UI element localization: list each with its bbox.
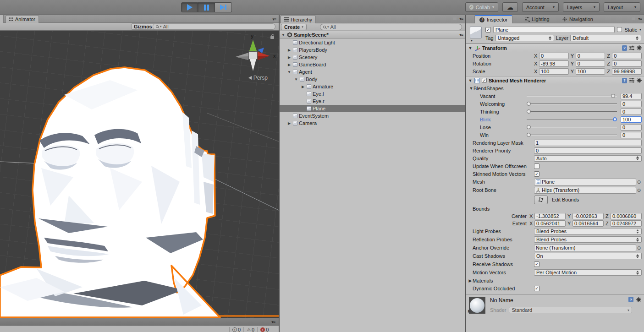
- update-offscreen-checkbox[interactable]: [534, 163, 539, 169]
- reflection-probes-dropdown[interactable]: Blend Probes: [534, 236, 642, 243]
- blendshape-vacant-value[interactable]: 99.4: [621, 93, 642, 99]
- blendshape-welcoming-value[interactable]: 0: [621, 101, 642, 107]
- light-probes-dropdown[interactable]: Blend Probes: [534, 228, 642, 234]
- foldout-collapsed-icon[interactable]: ▶: [468, 309, 471, 313]
- blendshape-thinking-slider[interactable]: [527, 111, 617, 112]
- slider-knob[interactable]: [611, 94, 615, 98]
- hierarchy-item-eye-l[interactable]: Eye.l: [280, 90, 465, 98]
- slider-knob[interactable]: [527, 109, 531, 114]
- panel-menu-icon[interactable]: ▾≡: [459, 16, 463, 21]
- console-info-count[interactable]: ! 0: [229, 327, 243, 332]
- shader-dropdown[interactable]: Standard ▾: [509, 307, 632, 313]
- console-warning-count[interactable]: ⚠ 0: [243, 327, 257, 332]
- extent-y-field[interactable]: 0.0616564: [572, 220, 604, 227]
- blendshape-win-value[interactable]: 0: [621, 132, 642, 138]
- component-enabled-checkbox[interactable]: ✓: [482, 78, 487, 83]
- hierarchy-search-input[interactable]: ▾ All: [320, 24, 462, 30]
- foldout-collapsed-icon[interactable]: ▶: [287, 63, 292, 67]
- foldout-expanded-icon[interactable]: ▼: [468, 46, 473, 50]
- create-dropdown[interactable]: Create ▾: [281, 24, 307, 30]
- blendshape-lose-value[interactable]: 0: [621, 124, 642, 131]
- hierarchy-item-agent[interactable]: ▼ Agent: [280, 68, 465, 76]
- blendshape-welcoming-slider[interactable]: [527, 103, 617, 104]
- slider-knob[interactable]: [527, 102, 531, 106]
- blendshape-vacant-slider[interactable]: [527, 96, 617, 97]
- collab-dropdown[interactable]: ✓ Collab ▾: [465, 2, 498, 12]
- receive-shadows-checkbox[interactable]: ✓: [534, 261, 539, 267]
- presets-icon[interactable]: [629, 78, 634, 83]
- object-picker-icon[interactable]: ⊙: [636, 188, 642, 193]
- foldout-expanded-icon[interactable]: ▼: [468, 78, 473, 83]
- scale-y-field[interactable]: 100: [576, 68, 605, 75]
- blendshape-win-slider[interactable]: [527, 135, 617, 136]
- panel-menu-icon[interactable]: ▾≡: [272, 17, 276, 22]
- tab-animator[interactable]: Animator: [6, 15, 39, 23]
- edit-bounds-button[interactable]: [534, 196, 548, 204]
- tag-dropdown[interactable]: Untagged: [495, 35, 554, 41]
- tab-hierarchy[interactable]: Hierarchy: [281, 15, 316, 23]
- scale-x-field[interactable]: 100: [539, 68, 569, 75]
- center-y-field[interactable]: -0.002863: [572, 213, 604, 219]
- active-checkbox[interactable]: ✓: [485, 27, 491, 33]
- object-picker-icon[interactable]: ⊙: [636, 245, 642, 250]
- foldout-expanded-icon[interactable]: ▼: [287, 70, 292, 74]
- root-bone-object-field[interactable]: Hips (Transform): [534, 187, 636, 194]
- foldout-collapsed-icon[interactable]: ▶: [287, 48, 292, 52]
- mesh-object-field[interactable]: Plane: [534, 179, 636, 185]
- blendshape-blink-value[interactable]: 100: [621, 116, 642, 123]
- cast-shadows-dropdown[interactable]: On: [534, 253, 642, 259]
- center-z-field[interactable]: 0.0006860: [611, 213, 642, 219]
- console-counts[interactable]: ! 0 ⚠ 0 ! 0: [229, 327, 271, 332]
- foldout-collapsed-icon[interactable]: ▶: [301, 85, 305, 89]
- hierarchy-item-camera[interactable]: ▶ Camera: [280, 120, 465, 127]
- skinned-mesh-renderer-header[interactable]: ▼ ✓ Skinned Mesh Renderer ?: [466, 76, 644, 84]
- account-dropdown[interactable]: Account ▾: [522, 2, 559, 12]
- bottom-panel-header[interactable]: ▾≡: [0, 318, 279, 326]
- hierarchy-item-directional-light[interactable]: Directional Light: [280, 39, 465, 46]
- partial-tab[interactable]: [0, 15, 4, 23]
- scene-viewport[interactable]: y x Persp: [0, 31, 279, 318]
- scene-menu-icon[interactable]: ▾≡: [459, 33, 465, 37]
- hierarchy-item-playersbody[interactable]: ▶ PlayersBody: [280, 46, 465, 54]
- scene-search-input[interactable]: ▾ All: [153, 23, 275, 30]
- blendshape-lose-slider[interactable]: [527, 127, 617, 128]
- quality-dropdown[interactable]: Auto: [534, 155, 642, 162]
- hierarchy-item-body[interactable]: ▼ Body: [280, 76, 465, 83]
- panel-menu-icon[interactable]: ▾≡: [638, 16, 642, 21]
- rotation-z-field[interactable]: 0: [612, 60, 642, 67]
- blendshapes-foldout[interactable]: ▼ BlendShapes: [466, 84, 644, 92]
- blendshape-blink-slider[interactable]: [527, 119, 617, 120]
- cloud-services-button[interactable]: ☁: [502, 2, 518, 12]
- tab-navigation[interactable]: Navigation: [562, 15, 593, 23]
- lock-icon[interactable]: [270, 36, 274, 39]
- layer-dropdown[interactable]: Default: [570, 35, 641, 41]
- scale-z-field[interactable]: 99.99998: [612, 68, 642, 75]
- hierarchy-item-eye-r[interactable]: Eye.r: [280, 98, 465, 105]
- layers-dropdown[interactable]: Layers ▾: [563, 2, 600, 12]
- rotation-y-field[interactable]: 0: [576, 60, 605, 67]
- motion-vectors-dropdown[interactable]: Per Object Motion: [534, 269, 642, 276]
- position-y-field[interactable]: 0: [576, 53, 605, 59]
- hierarchy-item-plane[interactable]: Plane: [280, 105, 465, 112]
- extent-x-field[interactable]: 0.0562041: [534, 220, 566, 227]
- static-checkbox[interactable]: [617, 27, 622, 32]
- anchor-override-field[interactable]: None (Transform): [534, 245, 636, 251]
- console-error-count[interactable]: ! 0: [257, 327, 271, 332]
- hierarchy-item-scenery[interactable]: ▶ Scenery: [280, 54, 465, 61]
- rendering-layer-mask-field[interactable]: 1: [534, 140, 642, 146]
- skinned-motion-vectors-checkbox[interactable]: ✓: [534, 171, 539, 177]
- gear-icon[interactable]: [637, 45, 642, 50]
- blendshape-thinking-value[interactable]: 0: [621, 109, 642, 115]
- step-button[interactable]: [215, 2, 232, 12]
- presets-icon[interactable]: [629, 45, 634, 50]
- scene-header-row[interactable]: ▼ SampleScene* ▾≡: [280, 31, 465, 39]
- tab-lighting[interactable]: Lighting: [525, 15, 550, 23]
- lock-icon[interactable]: [632, 17, 635, 20]
- gameobject-name-field[interactable]: Plane: [493, 26, 615, 33]
- play-button[interactable]: [181, 2, 198, 12]
- gameobject-big-icon[interactable]: [470, 27, 482, 38]
- hierarchy-item-armature[interactable]: ▶ Armature: [280, 83, 465, 90]
- tab-inspector[interactable]: i Inspector: [474, 15, 512, 23]
- foldout-collapsed-icon[interactable]: ▶: [287, 55, 292, 60]
- slider-knob[interactable]: [527, 133, 531, 137]
